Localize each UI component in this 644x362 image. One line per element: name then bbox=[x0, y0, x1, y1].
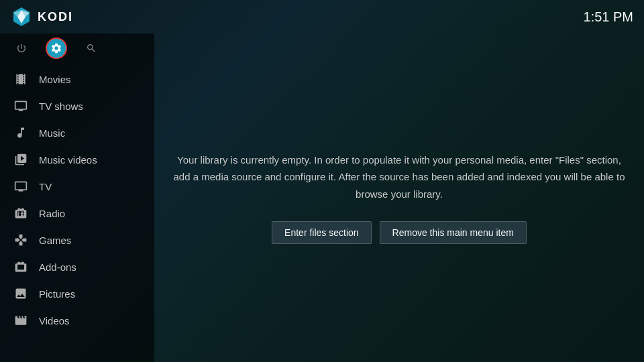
sidebar-item-add-ons[interactable]: Add-ons bbox=[0, 253, 154, 280]
add-ons-icon bbox=[13, 259, 28, 274]
sidebar: Movies TV shows Music bbox=[0, 34, 154, 362]
pictures-icon bbox=[13, 286, 28, 301]
tv-shows-label: TV shows bbox=[39, 101, 83, 112]
sidebar-item-pictures[interactable]: Pictures bbox=[0, 280, 154, 307]
kodi-logo: KODI bbox=[11, 6, 73, 27]
power-button[interactable] bbox=[11, 38, 32, 59]
sidebar-menu: Movies TV shows Music bbox=[0, 63, 154, 337]
music-videos-label: Music videos bbox=[39, 154, 97, 166]
app-container: KODI 1:51 PM bbox=[0, 0, 644, 362]
search-button[interactable] bbox=[80, 38, 102, 59]
movies-label: Movies bbox=[39, 74, 71, 85]
library-empty-text: Your library is currently empty. In orde… bbox=[171, 152, 627, 203]
top-bar-left: KODI bbox=[11, 6, 73, 27]
games-icon bbox=[13, 233, 28, 247]
enter-files-button[interactable]: Enter files section bbox=[272, 221, 372, 244]
library-actions: Enter files section Remove this main men… bbox=[171, 221, 627, 244]
movies-icon bbox=[13, 72, 28, 86]
sidebar-item-tv-shows[interactable]: TV shows bbox=[0, 93, 154, 119]
videos-icon bbox=[13, 313, 28, 328]
games-label: Games bbox=[39, 235, 71, 246]
music-videos-icon bbox=[13, 152, 28, 167]
remove-menu-item-button[interactable]: Remove this main menu item bbox=[380, 221, 527, 244]
sidebar-item-games[interactable]: Games bbox=[0, 227, 154, 253]
kodi-title-text: KODI bbox=[38, 10, 73, 24]
tv-shows-icon bbox=[13, 99, 28, 113]
tv-label: TV bbox=[39, 181, 52, 192]
sidebar-icons-row bbox=[0, 34, 154, 63]
settings-button[interactable] bbox=[46, 38, 67, 59]
top-bar: KODI 1:51 PM bbox=[0, 0, 644, 34]
clock-display: 1:51 PM bbox=[584, 9, 633, 25]
music-icon bbox=[13, 125, 28, 140]
radio-label: Radio bbox=[39, 208, 65, 219]
sidebar-item-videos[interactable]: Videos bbox=[0, 307, 154, 334]
kodi-icon bbox=[11, 6, 32, 27]
main-content: Your library is currently empty. In orde… bbox=[154, 34, 644, 362]
videos-label: Videos bbox=[39, 315, 70, 326]
sidebar-item-movies[interactable]: Movies bbox=[0, 66, 154, 93]
sidebar-item-music-videos[interactable]: Music videos bbox=[0, 146, 154, 173]
add-ons-label: Add-ons bbox=[39, 261, 76, 273]
radio-icon bbox=[13, 206, 28, 221]
library-empty-box: Your library is currently empty. In orde… bbox=[171, 152, 627, 245]
main-layout: Movies TV shows Music bbox=[0, 0, 644, 362]
sidebar-item-radio[interactable]: Radio bbox=[0, 200, 154, 227]
sidebar-item-music[interactable]: Music bbox=[0, 119, 154, 146]
sidebar-item-tv[interactable]: TV bbox=[0, 173, 154, 200]
pictures-label: Pictures bbox=[39, 288, 75, 300]
music-label: Music bbox=[39, 127, 65, 139]
tv-icon bbox=[13, 179, 28, 194]
